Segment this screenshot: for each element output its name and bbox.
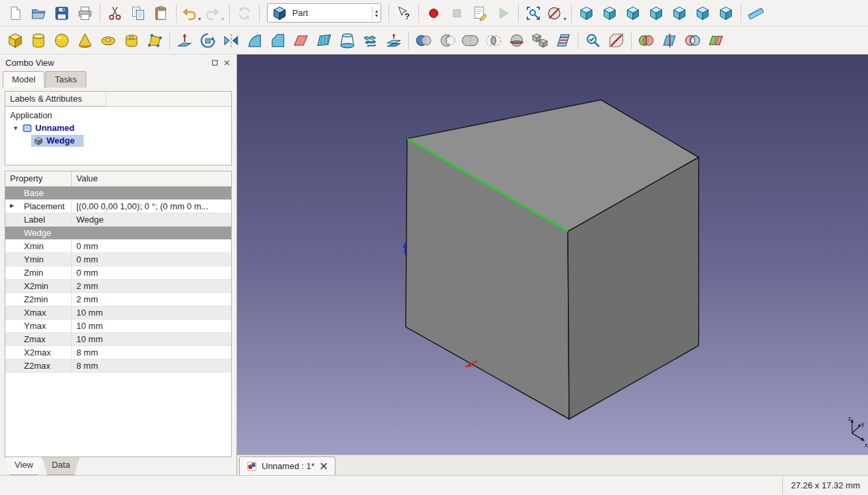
cross-sections-button[interactable]	[552, 29, 574, 52]
view-front-button[interactable]	[598, 2, 621, 25]
close-panel-button[interactable]	[222, 58, 231, 67]
macro-edit-button[interactable]	[469, 2, 491, 25]
extrude-button[interactable]	[173, 29, 196, 52]
dropdown-caret-icon[interactable]: ▾	[221, 16, 224, 25]
property-value[interactable]: 0 mm	[72, 253, 231, 266]
cylinder-button[interactable]	[27, 29, 50, 52]
cut-boolean-button[interactable]	[436, 29, 458, 52]
section-button[interactable]	[505, 29, 528, 52]
view-rear-button[interactable]	[668, 2, 691, 25]
union-button[interactable]	[459, 29, 481, 52]
check-geometry-button[interactable]	[582, 29, 604, 52]
loft-button[interactable]	[336, 29, 359, 52]
property-row-x2max[interactable]: X2max8 mm	[5, 346, 231, 359]
offset-button[interactable]	[383, 29, 405, 52]
cone-button[interactable]	[74, 29, 96, 52]
property-row-zmax[interactable]: Zmax10 mm	[5, 333, 231, 346]
tree-item-application[interactable]: Application	[5, 109, 231, 122]
box-button[interactable]	[4, 29, 27, 52]
view-left-button[interactable]	[715, 2, 737, 25]
ruled-surface-button[interactable]	[313, 29, 335, 52]
fit-all-button[interactable]	[522, 2, 545, 25]
macro-play-icon	[495, 5, 511, 21]
intersection-button[interactable]	[482, 29, 505, 52]
view-bottom-button[interactable]	[691, 2, 714, 25]
toolbar-separator	[259, 4, 260, 23]
undock-panel-button[interactable]	[211, 58, 219, 67]
property-row-xmin[interactable]: Xmin0 mm	[5, 240, 231, 253]
undo-button[interactable]: ▾	[180, 2, 203, 25]
property-value[interactable]: 10 mm	[72, 306, 231, 319]
property-value[interactable]: 2 mm	[72, 293, 231, 306]
make-face-button[interactable]	[290, 29, 312, 52]
property-value[interactable]: 0 mm	[72, 240, 231, 252]
whats-this-button[interactable]: ?	[392, 2, 415, 25]
tab-tasks[interactable]: Tasks	[45, 71, 86, 88]
property-value[interactable]: 0 mm	[72, 266, 231, 279]
sphere-button[interactable]	[50, 29, 73, 52]
property-value[interactable]: [(0,00 0,00 1,00); 0 °; (0 mm 0 m...	[72, 200, 231, 213]
3d-viewport[interactable]: z y x	[237, 54, 868, 454]
compound-button[interactable]	[529, 29, 551, 52]
expand-arrow-icon[interactable]: ▼	[12, 125, 19, 132]
property-row-label[interactable]: LabelWedge	[5, 213, 231, 227]
property-row-zmin[interactable]: Zmin0 mm	[5, 266, 231, 280]
chamfer-button[interactable]	[266, 29, 289, 52]
property-row-x2min[interactable]: X2min2 mm	[5, 280, 231, 293]
revolve-button[interactable]	[197, 29, 219, 52]
property-value[interactable]: 10 mm	[72, 320, 231, 332]
workbench-selector[interactable]: Part▴▾	[267, 3, 381, 23]
open-document-button[interactable]	[27, 2, 50, 25]
navigation-axis-cross: z y x	[848, 415, 868, 448]
property-row-placement[interactable]: ▶Placement[(0,00 0,00 1,00); 0 °; (0 mm …	[5, 200, 231, 213]
boolean-button[interactable]	[412, 29, 435, 52]
defeaturing-button[interactable]	[605, 29, 628, 52]
property-row-ymin[interactable]: Ymin0 mm	[5, 253, 231, 266]
tab-view[interactable]: View	[5, 457, 43, 475]
offset-icon	[385, 32, 402, 49]
slice-apart-button[interactable]	[705, 29, 727, 52]
dropdown-caret-icon[interactable]: ▾	[563, 16, 566, 25]
document-tab[interactable]: Unnamed : 1*	[239, 456, 335, 475]
copy-button[interactable]	[127, 2, 149, 25]
view-right-button[interactable]	[645, 2, 667, 25]
cut-button[interactable]	[104, 2, 126, 25]
mirror-button[interactable]	[220, 29, 242, 52]
new-document-icon	[7, 5, 23, 21]
tab-model[interactable]: Model	[3, 71, 44, 88]
save-document-button[interactable]	[50, 2, 73, 25]
property-row-xmax[interactable]: Xmax10 mm	[5, 306, 231, 320]
combo-spinner-icon[interactable]: ▴▾	[372, 6, 378, 21]
torus-button[interactable]	[97, 29, 120, 52]
property-row-z2min[interactable]: Z2min2 mm	[5, 293, 231, 306]
boolean-fragments-button[interactable]	[635, 29, 657, 52]
new-document-button[interactable]	[4, 2, 27, 25]
property-value[interactable]: 10 mm	[72, 333, 231, 346]
view-top-button[interactable]	[622, 2, 644, 25]
property-row-ymax[interactable]: Ymax10 mm	[5, 320, 231, 333]
shape-builder-button[interactable]	[143, 29, 166, 52]
property-name: Zmax	[5, 333, 72, 346]
paste-button[interactable]	[150, 2, 173, 25]
create-tube-button[interactable]	[120, 29, 143, 52]
property-row-z2max[interactable]: Z2max8 mm	[5, 359, 231, 373]
tab-data[interactable]: Data	[43, 457, 79, 475]
dropdown-caret-icon[interactable]: ▾	[198, 16, 201, 25]
draw-style-button[interactable]: ▾	[545, 2, 568, 25]
view-isometric-button[interactable]	[575, 2, 598, 25]
measure-distance-button[interactable]	[744, 2, 767, 25]
property-value[interactable]: 8 mm	[72, 359, 231, 372]
fillet-button[interactable]	[243, 29, 266, 52]
property-value[interactable]: 2 mm	[72, 280, 231, 292]
close-tab-icon[interactable]	[319, 462, 328, 470]
print-button[interactable]	[74, 2, 96, 25]
macro-record-button[interactable]	[422, 2, 445, 25]
sweep-button[interactable]	[359, 29, 382, 52]
property-value[interactable]: 8 mm	[72, 346, 231, 359]
expand-arrow-icon[interactable]: ▶	[10, 203, 14, 209]
property-value[interactable]: Wedge	[72, 213, 231, 226]
tree-item-document[interactable]: ▼ Unnamed	[5, 122, 231, 134]
tree-item-wedge[interactable]: Wedge	[5, 134, 231, 147]
slice-button[interactable]	[658, 29, 681, 52]
xor-button[interactable]	[681, 29, 704, 52]
